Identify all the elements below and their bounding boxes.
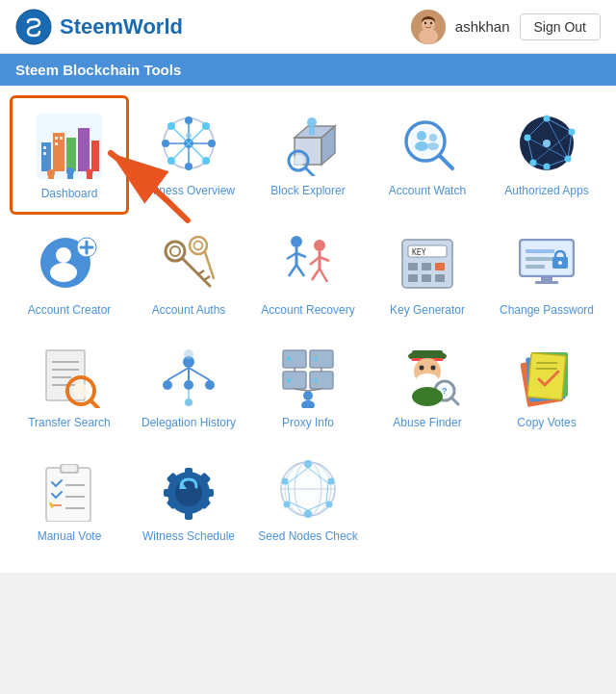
svg-point-6 — [430, 21, 432, 23]
account-auths-label: Account Auths — [152, 303, 226, 319]
svg-rect-106 — [408, 263, 418, 270]
svg-line-88 — [204, 276, 210, 280]
key-generator-label: Key Generator — [390, 303, 465, 319]
svg-point-197 — [328, 477, 335, 484]
svg-point-50 — [293, 155, 304, 167]
svg-line-87 — [198, 270, 204, 274]
tool-key-generator[interactable]: KEY Key Generator — [368, 215, 487, 328]
svg-point-128 — [73, 383, 89, 398]
svg-point-77 — [543, 140, 551, 147]
copy-votes-label: Copy Votes — [517, 416, 576, 431]
svg-rect-182 — [185, 468, 192, 477]
tool-account-watch[interactable]: Account Watch — [368, 95, 487, 215]
tool-delegation-history[interactable]: Delegation History — [129, 327, 248, 441]
svg-point-72 — [569, 129, 576, 136]
svg-point-139 — [184, 349, 193, 359]
svg-line-148 — [295, 389, 308, 391]
tool-witness-schedule[interactable]: Witness Schedule — [129, 441, 248, 554]
svg-line-103 — [320, 269, 327, 282]
abuse-finder-label: Abuse Finder — [393, 416, 461, 431]
tool-manual-vote[interactable]: Manual Vote — [10, 441, 129, 554]
svg-rect-13 — [43, 146, 46, 149]
tool-seed-nodes-check[interactable]: Seed Nodes Check — [248, 441, 368, 554]
witness-schedule-label: Witness Schedule — [142, 529, 235, 545]
svg-point-144 — [303, 391, 313, 400]
svg-rect-183 — [185, 510, 192, 520]
svg-point-150 — [287, 357, 291, 361]
svg-point-160 — [431, 366, 436, 371]
tool-witness-overview[interactable]: Witness Overview — [129, 95, 248, 215]
svg-line-149 — [308, 389, 321, 391]
user-section: ashkhan Sign Out — [411, 10, 601, 44]
svg-rect-185 — [204, 489, 214, 497]
svg-rect-9 — [53, 133, 64, 171]
delegation-history-icon — [154, 341, 223, 410]
account-auths-icon — [154, 228, 223, 297]
svg-line-96 — [289, 265, 296, 276]
svg-rect-174 — [62, 465, 77, 472]
account-watch-icon — [393, 109, 462, 178]
logo: SteemWorld — [15, 9, 411, 45]
svg-point-4 — [419, 29, 438, 44]
svg-rect-16 — [60, 137, 63, 140]
svg-line-137 — [189, 368, 210, 380]
svg-point-30 — [167, 122, 175, 130]
tool-abuse-finder[interactable]: ? Abuse Finder — [368, 327, 487, 441]
delegation-history-label: Delegation History — [141, 416, 236, 431]
dashboard-icon — [35, 112, 104, 181]
svg-point-134 — [185, 398, 192, 406]
svg-point-90 — [194, 241, 203, 249]
svg-rect-184 — [164, 489, 173, 497]
svg-rect-109 — [408, 274, 418, 282]
svg-point-152 — [287, 378, 291, 382]
svg-line-86 — [183, 259, 210, 286]
svg-rect-53 — [309, 127, 315, 135]
tool-change-password[interactable]: Change Password — [487, 215, 606, 328]
svg-text:KEY: KEY — [412, 248, 426, 257]
proxy-info-label: Proxy Info — [282, 416, 334, 431]
svg-line-102 — [312, 269, 320, 280]
svg-point-76 — [544, 164, 551, 170]
section-title-text: Steem Blockchain Tools — [15, 62, 181, 78]
svg-rect-117 — [526, 265, 545, 269]
svg-rect-169 — [527, 353, 566, 400]
avatar — [411, 10, 446, 44]
svg-rect-21 — [67, 173, 73, 179]
transfer-search-label: Transfer Search — [28, 416, 111, 431]
tool-authorized-apps[interactable]: Authorized Apps — [487, 95, 606, 215]
svg-line-41 — [189, 143, 203, 158]
signout-button[interactable]: Sign Out — [520, 13, 601, 40]
svg-point-42 — [186, 133, 192, 139]
svg-point-92 — [291, 236, 302, 247]
svg-point-132 — [184, 380, 193, 390]
tool-account-recovery[interactable]: Account Recovery — [248, 215, 368, 328]
svg-point-200 — [284, 501, 291, 507]
svg-point-131 — [163, 380, 172, 390]
dashboard-label: Dashboard — [41, 187, 98, 202]
abuse-finder-icon: ? — [393, 341, 462, 410]
tool-dashboard[interactable]: Dashboard — [10, 95, 129, 215]
svg-point-55 — [410, 126, 441, 157]
tool-proxy-info[interactable]: Proxy Info — [248, 327, 368, 441]
authorized-apps-label: Authorized Apps — [504, 184, 588, 199]
svg-rect-108 — [435, 263, 445, 270]
transfer-search-icon — [35, 341, 104, 410]
account-watch-label: Account Watch — [389, 184, 466, 199]
svg-point-60 — [427, 142, 439, 150]
svg-point-199 — [304, 510, 312, 518]
tool-transfer-search[interactable]: Transfer Search — [10, 327, 129, 441]
svg-line-51 — [306, 168, 314, 176]
svg-point-71 — [544, 116, 551, 122]
svg-point-181 — [175, 479, 202, 506]
svg-point-31 — [202, 122, 210, 130]
tool-account-auths[interactable]: Account Auths — [129, 215, 248, 328]
svg-rect-23 — [87, 174, 92, 179]
svg-point-33 — [202, 157, 210, 165]
svg-point-133 — [205, 380, 215, 390]
svg-rect-141 — [310, 350, 333, 368]
tool-copy-votes[interactable]: Copy Votes — [487, 327, 606, 441]
svg-point-5 — [424, 21, 426, 23]
tool-account-creator[interactable]: Account Creator — [10, 215, 129, 328]
block-explorer-icon — [273, 109, 343, 178]
tool-block-explorer[interactable]: Block Explorer — [248, 95, 368, 215]
